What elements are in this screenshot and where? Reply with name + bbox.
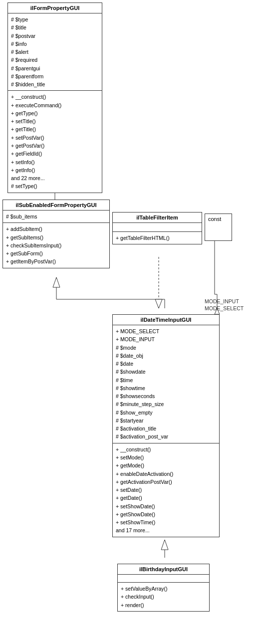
const-label: const [208,216,229,222]
svg-marker-15 [161,540,168,550]
class-title-ilSubEnabledFormPropertyGUI: ilSubEnabledFormPropertyGUI [3,200,109,211]
svg-marker-6 [53,277,60,287]
class-title-ilFormPropertyGUI: ilFormPropertyGUI [8,3,102,13]
const-box: const [205,214,232,241]
class-ilSubEnabledFormPropertyGUI: ilSubEnabledFormPropertyGUI # $sub_items… [2,200,110,268]
class-fields-ilDateTimeInputGUI: + MODE_SELECT + MODE_INPUT # $mode # $da… [113,325,219,443]
class-ilTableFilterItem: ilTableFilterItem + getTableFilterHTML() [112,212,202,244]
class-fields-ilTableFilterItem [113,223,202,232]
class-methods-ilBirthdayInputGUI: + setValueByArray() + checkInput() + ren… [118,583,209,611]
class-title-ilTableFilterItem: ilTableFilterItem [113,213,202,223]
class-fields-ilBirthdayInputGUI [118,575,209,583]
class-ilDateTimeInputGUI: ilDateTimeInputGUI + MODE_SELECT + MODE_… [112,314,220,537]
class-title-ilDateTimeInputGUI: ilDateTimeInputGUI [113,315,219,325]
class-fields-ilSubEnabledFormPropertyGUI: # $sub_items [3,211,109,223]
class-methods-ilFormPropertyGUI: + __construct() + executeCommand() + get… [8,91,102,192]
mode-select-label: MODE_SELECT [205,305,244,311]
svg-marker-8 [155,299,162,308]
mode-input-label: MODE_INPUT [205,298,239,304]
class-fields-ilFormPropertyGUI: # $type # $title # $postvar # $info # $a… [8,13,102,91]
class-title-ilBirthdayInputGUI: ilBirthdayInputGUI [118,564,209,575]
class-methods-ilSubEnabledFormPropertyGUI: + addSubItem() + getSubItems() + checkSu… [3,223,109,267]
class-methods-ilTableFilterItem: + getTableFilterHTML() [113,232,202,244]
uml-diagram: ilFormPropertyGUI # $type # $title # $po… [0,0,261,644]
class-ilBirthdayInputGUI: ilBirthdayInputGUI + setValueByArray() +… [117,564,210,612]
class-methods-ilDateTimeInputGUI: + __construct() + setMode() + getMode() … [113,443,219,537]
class-ilFormPropertyGUI: ilFormPropertyGUI # $type # $title # $po… [7,2,102,193]
